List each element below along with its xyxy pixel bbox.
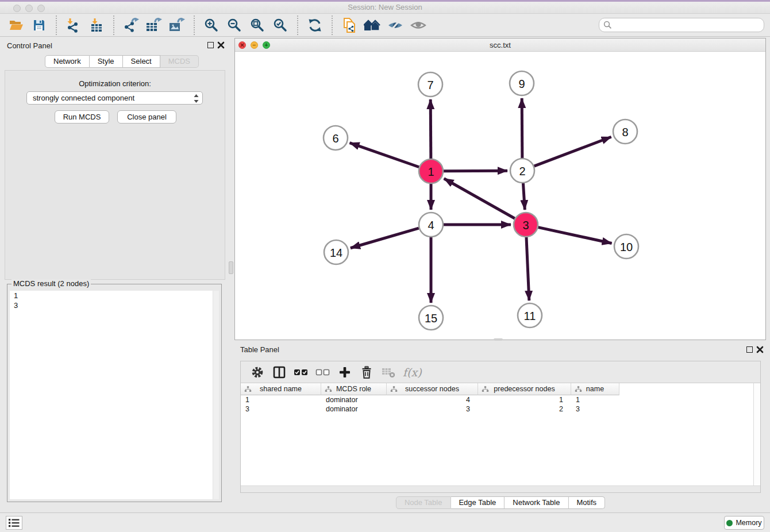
open-session-icon[interactable] <box>6 16 26 35</box>
tab-node-table[interactable]: Node Table <box>396 496 451 509</box>
zoom-in-icon[interactable] <box>202 16 221 35</box>
optimization-criterion-label: Optimization criterion: <box>5 79 225 88</box>
table-cell: 1 <box>478 395 571 404</box>
edge-2-3[interactable] <box>523 183 525 210</box>
mcds-result-list[interactable]: 13 <box>10 291 219 499</box>
toolbar-separator <box>194 16 195 35</box>
float-panel-icon[interactable] <box>207 42 214 48</box>
search-icon <box>603 21 612 29</box>
gear-icon[interactable] <box>249 364 266 381</box>
show-all-icon[interactable] <box>409 16 428 35</box>
result-scrollbar[interactable] <box>213 291 219 499</box>
view-splitter-handle[interactable] <box>494 338 503 341</box>
first-neighbors-icon[interactable] <box>363 16 382 35</box>
toolbar-separator <box>56 16 57 35</box>
edge-2-9[interactable] <box>522 98 522 158</box>
tab-edge-table[interactable]: Edge Table <box>451 496 505 509</box>
network-canvas[interactable]: 7968124314101511 <box>235 52 765 340</box>
memory-button[interactable]: Memory <box>724 516 764 530</box>
list-icon <box>9 518 20 527</box>
edge-3-11[interactable] <box>526 237 529 300</box>
import-table-icon[interactable] <box>87 16 106 35</box>
node-label-8: 8 <box>622 126 628 138</box>
column-header-shared-name[interactable]: shared name <box>241 383 321 395</box>
run-mcds-button[interactable]: Run MCDS <box>55 110 109 124</box>
table-header-row: shared nameMCDS rolesuccessor nodesprede… <box>241 383 619 395</box>
table-cell: dominator <box>321 395 387 404</box>
panel-splitter-handle[interactable] <box>229 261 233 274</box>
table-body: 1dominator4113dominator323 <box>241 395 619 414</box>
table-bottom-strip <box>241 485 760 492</box>
save-session-icon[interactable] <box>29 16 49 35</box>
node-label-14: 14 <box>330 246 342 259</box>
network-window-titlebar[interactable]: ✕ − + scc.txt <box>235 38 765 52</box>
table-cell: 1 <box>241 395 321 404</box>
close-panel-icon[interactable] <box>217 41 225 49</box>
window-top-edge <box>0 0 770 2</box>
show-column-icon[interactable] <box>271 364 288 381</box>
add-icon[interactable] <box>336 364 353 381</box>
select-all-icon[interactable] <box>292 364 310 381</box>
tab-mcds[interactable]: MCDS <box>160 55 199 68</box>
close-panel-button[interactable]: Close panel <box>117 110 176 124</box>
node-label-7: 7 <box>427 79 433 91</box>
table-panel-header: Table Panel <box>234 342 767 357</box>
toolbar-separator <box>332 16 333 35</box>
node-label-6: 6 <box>332 132 338 145</box>
zoom-out-icon[interactable] <box>225 16 244 35</box>
status-bar: Memory <box>0 512 770 532</box>
close-table-panel-icon[interactable] <box>756 346 764 353</box>
table-toolbar: f(x) <box>241 361 760 383</box>
import-network-icon[interactable] <box>64 16 83 35</box>
delete-icon[interactable] <box>358 364 375 381</box>
network-view-window: ✕ − + scc.txt 7968124314101511 <box>234 38 766 340</box>
select-stepper-icon <box>193 94 199 103</box>
tab-network[interactable]: Network <box>45 55 90 68</box>
network-view-title: scc.txt <box>235 41 765 49</box>
search-input[interactable] <box>615 21 764 29</box>
export-network-icon[interactable] <box>121 16 141 35</box>
app-title-bar: Session: New Session <box>0 0 770 14</box>
edge-1-7[interactable] <box>430 99 431 159</box>
node-table: f(x) shared nameMCDS rolesuccessor nodes… <box>240 361 761 493</box>
node-label-3: 3 <box>522 219 529 232</box>
export-table-icon[interactable] <box>144 16 164 35</box>
edge-1-6[interactable] <box>350 143 419 167</box>
app-title: Session: New Session <box>0 3 770 11</box>
task-history-button[interactable] <box>6 516 22 530</box>
table-scrollbar[interactable] <box>753 383 760 485</box>
column-header-successor-nodes[interactable]: successor nodes <box>387 383 478 395</box>
zoom-fit-icon[interactable] <box>248 16 267 35</box>
deselect-all-icon[interactable] <box>314 364 332 381</box>
export-image-icon[interactable] <box>167 16 187 35</box>
tab-network-table[interactable]: Network Table <box>505 496 568 509</box>
tab-style[interactable]: Style <box>90 55 123 68</box>
hide-selected-icon[interactable] <box>386 16 405 35</box>
edge-2-8[interactable] <box>534 137 611 166</box>
memory-status-icon <box>726 520 733 526</box>
criterion-select[interactable]: strongly connected component <box>26 91 203 105</box>
delete-table-icon <box>380 364 397 381</box>
node-label-11: 11 <box>524 310 536 322</box>
tab-motifs[interactable]: Motifs <box>568 496 605 509</box>
zoom-selected-icon[interactable] <box>271 16 290 35</box>
float-table-panel-icon[interactable] <box>746 346 753 353</box>
column-header-predecessor-nodes[interactable]: predecessor nodes <box>478 383 571 395</box>
refresh-icon[interactable] <box>305 16 325 35</box>
network-file-icon[interactable] <box>340 16 359 35</box>
table-row[interactable]: 1dominator411 <box>241 395 619 404</box>
column-type-icon <box>244 386 252 392</box>
edge-3-1[interactable] <box>444 179 515 218</box>
edge-3-10[interactable] <box>538 228 611 244</box>
edge-1-2[interactable] <box>444 171 507 171</box>
table-panel-title: Table Panel <box>240 345 279 354</box>
toolbar-separator <box>113 16 114 35</box>
table-row[interactable]: 3dominator323 <box>241 404 619 414</box>
node-label-15: 15 <box>425 312 437 325</box>
node-label-9: 9 <box>518 78 525 90</box>
tab-select[interactable]: Select <box>123 55 160 68</box>
column-header-name[interactable]: name <box>571 383 619 395</box>
edge-4-14[interactable] <box>351 228 419 248</box>
column-header-mcds-role[interactable]: MCDS role <box>321 383 387 395</box>
mcds-result-box: MCDS result (2 nodes) 13 <box>7 284 222 502</box>
